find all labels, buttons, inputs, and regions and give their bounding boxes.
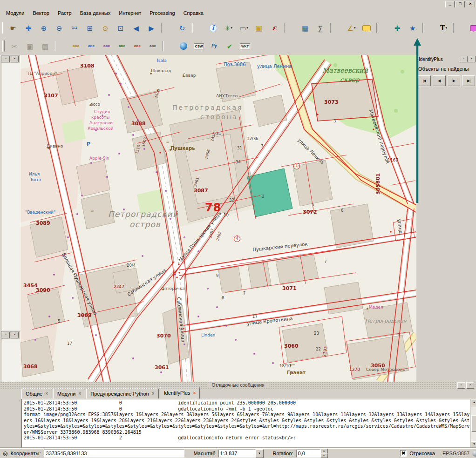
- qgis-window: { "window": { "controls": [ {"glyph": "_…: [0, 0, 476, 458]
- dropdown-caret-icon: ▾: [445, 26, 447, 30]
- previous-object-button[interactable]: ◀: [433, 75, 446, 86]
- tab-close-icon[interactable]: ×: [45, 391, 48, 396]
- zoom-full-button[interactable]: ⊞: [83, 21, 97, 35]
- map-label: Анастасии: [89, 121, 113, 125]
- coordinate-capture-icon[interactable]: ◎: [3, 451, 7, 456]
- map-tips-button[interactable]: [360, 21, 374, 35]
- debug-dock-handle[interactable]: Отладочные сообщения ▫ ×: [0, 382, 476, 389]
- dock-close-button[interactable]: ×: [466, 382, 474, 389]
- scroll-thumb[interactable]: [471, 415, 476, 432]
- show-bookmarks-icon: ★: [409, 25, 415, 32]
- new-bookmark-button[interactable]: ✚: [390, 21, 405, 35]
- render-checkbox[interactable]: ✖: [400, 450, 407, 457]
- menu-processing[interactable]: Processing: [145, 9, 179, 17]
- menu-help[interactable]: Справка: [179, 9, 208, 17]
- coordinates-input[interactable]: [44, 450, 184, 458]
- menu-web[interactable]: Интернет: [115, 9, 145, 17]
- scale-combo[interactable]: 1:3,837 ▾: [218, 449, 264, 458]
- debug-dock-title: Отладочные сообщения: [207, 383, 269, 388]
- label-properties-button[interactable]: abc: [146, 39, 160, 53]
- map-label: 1270: [349, 368, 360, 372]
- window-close-button[interactable]: ×: [466, 1, 475, 8]
- dock-float-button[interactable]: ▫: [460, 56, 468, 62]
- combo-arrow-icon[interactable]: ▾: [256, 449, 264, 458]
- identifyplus-button[interactable]: [467, 21, 476, 35]
- zoom-next-button[interactable]: ▶: [144, 21, 159, 35]
- label-change-button[interactable]: abc: [130, 39, 145, 53]
- select-by-expression-button[interactable]: ε: [267, 21, 282, 35]
- copy-button[interactable]: ▣: [23, 39, 37, 53]
- paste-button[interactable]: ▤: [38, 39, 53, 53]
- tab-plugins[interactable]: Модули ×: [53, 388, 85, 399]
- tab-general[interactable]: Общие ×: [21, 388, 52, 399]
- statistical-summary-button[interactable]: ∑: [313, 21, 328, 35]
- dock-float-button[interactable]: ▫: [2, 56, 10, 62]
- log-line: format=image/png32&crs=EPSG:3857&layers=…: [24, 412, 470, 435]
- pan-tool-button[interactable]: ☛: [6, 21, 20, 35]
- csw-button[interactable]: CSW: [192, 39, 206, 53]
- label-rotate-button[interactable]: abc: [115, 39, 129, 53]
- measure-button[interactable]: ∠ ▾: [344, 21, 359, 35]
- first-object-button[interactable]: |◀: [418, 75, 431, 86]
- pan-to-selection-button[interactable]: ✚: [21, 21, 36, 35]
- dock-float-button[interactable]: ▫: [457, 382, 465, 389]
- identify-button[interactable]: i: [206, 21, 220, 35]
- menu-database[interactable]: База данных: [76, 9, 115, 17]
- dock-close-button[interactable]: ×: [11, 56, 19, 62]
- tab-close-icon[interactable]: ×: [152, 391, 155, 396]
- run-feature-action-button[interactable]: ✳ ▾: [221, 21, 236, 35]
- spin-up-icon[interactable]: ▴: [320, 449, 328, 453]
- menu-raster[interactable]: Растр: [54, 9, 76, 17]
- text-annotation-button[interactable]: T ▾: [436, 21, 451, 35]
- wkt-button[interactable]: WKT: [238, 39, 252, 53]
- log-output[interactable]: 2015-01-28T14:53:50 0 identification poi…: [21, 399, 476, 449]
- zoom-in-button[interactable]: ⊕: [37, 21, 51, 35]
- zoom-to-selection-button[interactable]: ⊙: [98, 21, 113, 35]
- map-label: 3071: [282, 286, 297, 291]
- identify-nav-buttons: |◀◀▶▶|: [416, 74, 476, 88]
- select-rectangle-icon: ▭: [239, 25, 246, 32]
- attribute-table-button[interactable]: ▦: [298, 21, 313, 35]
- dock-float-button[interactable]: ▫: [2, 332, 10, 338]
- last-object-button[interactable]: ▶|: [462, 75, 475, 86]
- zoom-to-layer-button[interactable]: ⊡: [114, 21, 128, 35]
- wkt-icon: WKT: [240, 43, 250, 49]
- label-move-button[interactable]: abc: [100, 39, 114, 53]
- toolbar-grip[interactable]: [2, 22, 3, 34]
- deselect-button[interactable]: ▣: [252, 21, 266, 35]
- label-pin-button[interactable]: abc: [69, 39, 83, 53]
- tab-close-icon[interactable]: ×: [193, 391, 196, 396]
- scroll-down-icon[interactable]: ▼: [471, 441, 476, 448]
- log-scrollbar[interactable]: ▲ ▼: [470, 399, 476, 448]
- scroll-up-icon[interactable]: ▲: [471, 399, 476, 406]
- cut-button[interactable]: ✂: [7, 39, 22, 53]
- zoom-out-button[interactable]: ⊖: [52, 21, 67, 35]
- next-object-button[interactable]: ▶: [448, 75, 461, 86]
- tab-close-icon[interactable]: ×: [78, 391, 81, 396]
- tab-python-warning[interactable]: Предупреждение Python ×: [86, 388, 158, 399]
- label-show-hide-button[interactable]: abc: [84, 39, 99, 53]
- check-tool-button[interactable]: ✔: [223, 39, 237, 53]
- window-maximize-button[interactable]: □: [456, 1, 465, 8]
- show-bookmarks-button[interactable]: ★: [406, 21, 420, 35]
- refresh-button[interactable]: ↻: [175, 21, 190, 35]
- select-features-button[interactable]: ▭ ▾: [237, 21, 251, 35]
- zoom-native-button[interactable]: 1:1: [68, 21, 82, 35]
- spin-down-icon[interactable]: ▾: [320, 453, 328, 458]
- zoom-1-1-icon: 1:1: [72, 26, 77, 30]
- window-minimize-button[interactable]: _: [445, 1, 455, 8]
- toolbar-grip[interactable]: [2, 40, 5, 52]
- dock-close-button[interactable]: ×: [468, 56, 476, 62]
- dropdown-caret-icon: ▾: [354, 26, 356, 30]
- globe-tool-button[interactable]: [177, 39, 191, 53]
- menu-plugins[interactable]: Модули: [2, 9, 28, 17]
- zoom-last-button[interactable]: ◀: [129, 21, 143, 35]
- menu-vector[interactable]: Вектор: [28, 9, 54, 17]
- map-canvas[interactable]: ПетроградскаясторонаПетроградскийостровБ…: [20, 55, 416, 382]
- rotation-spinner[interactable]: 0,0 ▴ ▾: [296, 449, 328, 458]
- crs-status-icon[interactable]: [472, 450, 476, 457]
- dock-title-bar: ▫ ×: [1, 55, 20, 63]
- python-console-button[interactable]: Py: [207, 39, 222, 53]
- map-label: красоты: [91, 115, 109, 120]
- dock-close-button[interactable]: ×: [11, 332, 19, 338]
